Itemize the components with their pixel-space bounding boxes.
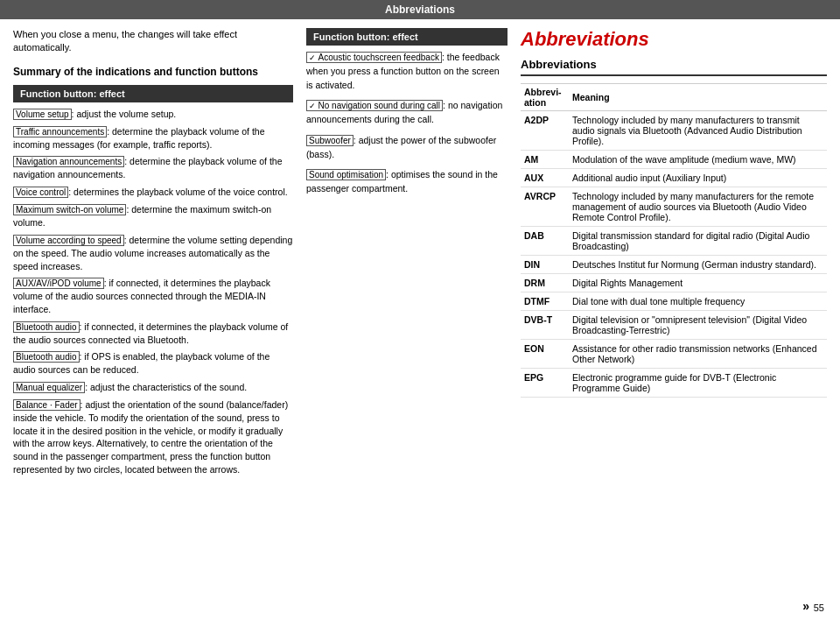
abbreviations-section-title: Abbreviations — [521, 58, 827, 76]
top-bar: Abbreviations — [0, 0, 840, 19]
abbrev-code: A2DP — [521, 111, 569, 151]
table-row: AMModulation of the wave amplitude (medi… — [521, 151, 827, 169]
middle-column: Function button: effect Acoustic touchsc… — [306, 28, 508, 606]
list-item: Bluetooth audio: if connected, it determ… — [13, 321, 293, 347]
abbrev-meaning: Electronic programme guide for DVB-T (El… — [569, 369, 827, 398]
abbrev-code: DRM — [521, 274, 569, 292]
list-item: AUX/AV/iPOD volume: if connected, it det… — [13, 277, 293, 315]
abbrev-meaning: Deutsches Institut fur Normung (German i… — [569, 256, 827, 274]
list-item: Voice control: determines the playback v… — [13, 186, 293, 199]
table-row: EONAssistance for other radio transmissi… — [521, 340, 827, 369]
item-tag: Manual equalizer — [13, 382, 85, 393]
item-tag: Maximum switch-on volume — [13, 204, 126, 215]
list-item: Manual equalizer: adjust the characteris… — [13, 381, 293, 394]
abbreviations-table: Abbrevi-ation Meaning A2DPTechnology inc… — [521, 83, 827, 398]
table-row: AVRCPTechnology included by many manufac… — [521, 187, 827, 227]
abbrev-meaning: Modulation of the wave amplitude (medium… — [569, 151, 827, 169]
abbrev-code: AVRCP — [521, 187, 569, 227]
item-tag: Balance · Fader — [13, 399, 80, 411]
content-area: When you close a menu, the changes will … — [0, 19, 840, 615]
table-row: EPGElectronic programme guide for DVB-T … — [521, 369, 827, 398]
abbrev-meaning: Dial tone with dual tone multiple freque… — [569, 292, 827, 311]
list-item: Sound optimisation: optimises the sound … — [306, 168, 508, 196]
abbrev-meaning: Assistance for other radio transmission … — [569, 340, 827, 369]
abbreviations-main-title: Abbreviations — [521, 28, 827, 51]
table-row: DTMFDial tone with dual tone multiple fr… — [521, 292, 827, 311]
page-number: 55 — [814, 602, 824, 613]
function-btn-header-middle: Function button: effect — [306, 28, 508, 46]
item-tag: Sound optimisation — [306, 169, 386, 180]
function-btn-header-left: Function button: effect — [13, 85, 293, 102]
list-item: Navigation announcements: determine the … — [13, 155, 293, 181]
table-row: AUXAdditional audio input (Auxiliary Inp… — [521, 169, 827, 187]
abbrev-code: EPG — [521, 369, 569, 398]
list-item: Traffic announcements: determine the pla… — [13, 125, 293, 151]
list-item: Volume setup: adjust the volume setup. — [13, 108, 293, 121]
item-tag: Subwoofer — [306, 135, 354, 146]
abbrev-meaning: Digital Rights Management — [569, 274, 827, 292]
item-tag: Bluetooth audio — [13, 351, 80, 363]
next-page-arrow: » — [802, 599, 809, 613]
item-tag: Navigation announcements — [13, 156, 124, 167]
abbrev-code: AM — [521, 151, 569, 169]
abbrev-code: DIN — [521, 256, 569, 274]
list-item: Subwoofer: adjust the power of the subwo… — [306, 134, 508, 162]
table-row: DVB-TDigital television or "omnipresent … — [521, 311, 827, 340]
list-item: Bluetooth audio: if OPS is enabled, the … — [13, 350, 293, 377]
section-heading: Summary of the indications and function … — [13, 66, 293, 78]
item-tag: AUX/AV/iPOD volume — [13, 278, 104, 289]
abbrev-meaning: Digital transmission standard for digita… — [569, 227, 827, 256]
left-column: When you close a menu, the changes will … — [13, 28, 293, 606]
abbrev-meaning: Additional audio input (Auxiliary Input) — [569, 169, 827, 187]
abbrev-meaning: Technology included by many manufacturer… — [569, 111, 827, 151]
col-header-abbreviation: Abbrevi-ation — [521, 84, 569, 111]
item-tag: Traffic announcements — [13, 126, 107, 137]
list-item: Balance · Fader: adjust the orientation … — [13, 398, 293, 476]
list-item: Acoustic touchscreen feedback: the feedb… — [306, 51, 508, 92]
top-bar-title: Abbreviations — [385, 4, 455, 16]
abbrev-code: DTMF — [521, 292, 569, 311]
item-tag-checkbox: No navigation sound during call — [306, 100, 443, 111]
table-row: DABDigital transmission standard for dig… — [521, 227, 827, 256]
list-item: Maximum switch-on volume: determine the … — [13, 203, 293, 229]
abbrev-code: DVB-T — [521, 311, 569, 340]
left-items-list: Volume setup: adjust the volume setup. T… — [13, 108, 293, 476]
abbrev-code: EON — [521, 340, 569, 369]
abbrev-meaning: Technology included by many manufacturer… — [569, 187, 827, 227]
abbrev-code: DAB — [521, 227, 569, 256]
abbrev-code: AUX — [521, 169, 569, 187]
item-tag: Volume setup — [13, 109, 72, 120]
intro-text: When you close a menu, the changes will … — [13, 28, 293, 55]
col-header-meaning: Meaning — [569, 84, 827, 111]
item-tag-checkbox: Acoustic touchscreen feedback — [306, 52, 442, 63]
list-item: Volume according to speed: determine the… — [13, 234, 293, 272]
right-column: Abbreviations Abbreviations Abbrevi-atio… — [521, 28, 827, 606]
abbrev-meaning: Digital television or "omnipresent telev… — [569, 311, 827, 340]
item-tag: Bluetooth audio — [13, 321, 80, 333]
table-row: A2DPTechnology included by many manufact… — [521, 111, 827, 151]
item-tag: Voice control — [13, 187, 68, 198]
table-row: DRMDigital Rights Management — [521, 274, 827, 292]
list-item: No navigation sound during call: no navi… — [306, 99, 508, 127]
table-row: DINDeutsches Institut fur Normung (Germa… — [521, 256, 827, 274]
item-tag: Volume according to speed — [13, 235, 124, 246]
